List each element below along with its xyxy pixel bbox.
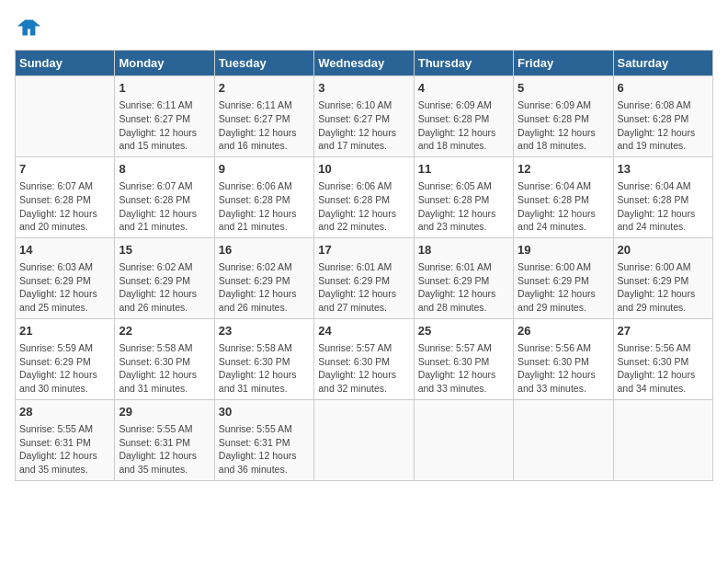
day-info: Sunrise: 6:07 AM Sunset: 6:28 PM Dayligh… (119, 179, 210, 234)
day-info: Sunrise: 6:11 AM Sunset: 6:27 PM Dayligh… (219, 98, 310, 153)
day-number: 25 (418, 323, 509, 339)
day-info: Sunrise: 5:59 AM Sunset: 6:29 PM Dayligh… (19, 341, 110, 396)
calendar-header: SundayMondayTuesdayWednesdayThursdayFrid… (16, 51, 713, 76)
day-number: 12 (518, 161, 609, 178)
day-info: Sunrise: 6:00 AM Sunset: 6:29 PM Dayligh… (518, 260, 609, 315)
calendar-cell: 12Sunrise: 6:04 AM Sunset: 6:28 PM Dayli… (514, 156, 613, 237)
day-number: 15 (119, 242, 210, 259)
day-number: 22 (119, 323, 210, 339)
day-number: 29 (119, 404, 210, 420)
calendar-cell: 2Sunrise: 6:11 AM Sunset: 6:27 PM Daylig… (214, 76, 313, 157)
calendar-cell: 5Sunrise: 6:09 AM Sunset: 6:28 PM Daylig… (514, 76, 613, 157)
day-info: Sunrise: 6:00 AM Sunset: 6:29 PM Dayligh… (618, 260, 709, 315)
day-number: 23 (219, 323, 310, 339)
calendar-cell: 6Sunrise: 6:08 AM Sunset: 6:28 PM Daylig… (613, 76, 712, 157)
calendar-cell: 16Sunrise: 6:02 AM Sunset: 6:29 PM Dayli… (214, 237, 313, 318)
day-number: 28 (19, 404, 110, 420)
day-number: 13 (618, 161, 709, 178)
day-info: Sunrise: 5:57 AM Sunset: 6:30 PM Dayligh… (318, 341, 409, 396)
calendar-week-2: 14Sunrise: 6:03 AM Sunset: 6:29 PM Dayli… (16, 237, 713, 318)
calendar-cell: 1Sunrise: 6:11 AM Sunset: 6:27 PM Daylig… (115, 76, 214, 157)
day-number: 27 (618, 323, 709, 339)
calendar-cell: 17Sunrise: 6:01 AM Sunset: 6:29 PM Dayli… (314, 237, 414, 318)
day-info: Sunrise: 6:01 AM Sunset: 6:29 PM Dayligh… (418, 260, 509, 315)
logo (15, 15, 44, 40)
calendar-body: 1Sunrise: 6:11 AM Sunset: 6:27 PM Daylig… (16, 76, 713, 481)
calendar-cell: 29Sunrise: 5:55 AM Sunset: 6:31 PM Dayli… (115, 399, 214, 480)
calendar-cell: 7Sunrise: 6:07 AM Sunset: 6:28 PM Daylig… (16, 156, 115, 237)
calendar-cell: 9Sunrise: 6:06 AM Sunset: 6:28 PM Daylig… (214, 156, 313, 237)
col-header-friday: Friday (514, 51, 613, 76)
day-number: 6 (618, 80, 709, 97)
calendar-cell: 11Sunrise: 6:05 AM Sunset: 6:28 PM Dayli… (414, 156, 513, 237)
day-number: 19 (518, 242, 609, 259)
day-number: 7 (19, 161, 110, 178)
col-header-sunday: Sunday (16, 51, 115, 76)
calendar-week-0: 1Sunrise: 6:11 AM Sunset: 6:27 PM Daylig… (16, 76, 713, 157)
calendar-cell: 24Sunrise: 5:57 AM Sunset: 6:30 PM Dayli… (314, 318, 414, 399)
col-header-wednesday: Wednesday (314, 51, 414, 76)
calendar-cell: 21Sunrise: 5:59 AM Sunset: 6:29 PM Dayli… (16, 318, 115, 399)
day-number: 1 (119, 80, 210, 97)
calendar-cell: 18Sunrise: 6:01 AM Sunset: 6:29 PM Dayli… (414, 237, 513, 318)
day-number: 16 (219, 242, 310, 259)
calendar-cell: 25Sunrise: 5:57 AM Sunset: 6:30 PM Dayli… (414, 318, 513, 399)
calendar-cell: 23Sunrise: 5:58 AM Sunset: 6:30 PM Dayli… (214, 318, 313, 399)
logo-icon (15, 15, 40, 40)
calendar-cell: 30Sunrise: 5:55 AM Sunset: 6:31 PM Dayli… (214, 399, 313, 480)
calendar-cell (613, 399, 712, 480)
svg-marker-0 (17, 20, 40, 36)
col-header-tuesday: Tuesday (214, 51, 313, 76)
day-info: Sunrise: 5:55 AM Sunset: 6:31 PM Dayligh… (119, 422, 210, 477)
day-number: 17 (318, 242, 409, 259)
calendar-cell: 22Sunrise: 5:58 AM Sunset: 6:30 PM Dayli… (115, 318, 214, 399)
day-number: 9 (219, 161, 310, 178)
day-info: Sunrise: 5:55 AM Sunset: 6:31 PM Dayligh… (219, 422, 310, 477)
day-number: 2 (219, 80, 310, 97)
calendar-cell (514, 399, 613, 480)
day-info: Sunrise: 5:56 AM Sunset: 6:30 PM Dayligh… (618, 341, 709, 396)
calendar-cell: 13Sunrise: 6:04 AM Sunset: 6:28 PM Dayli… (613, 156, 712, 237)
day-info: Sunrise: 5:56 AM Sunset: 6:30 PM Dayligh… (518, 341, 609, 396)
day-number: 5 (518, 80, 609, 97)
day-info: Sunrise: 5:58 AM Sunset: 6:30 PM Dayligh… (119, 341, 210, 396)
col-header-monday: Monday (115, 51, 214, 76)
day-info: Sunrise: 6:09 AM Sunset: 6:28 PM Dayligh… (418, 98, 509, 153)
day-number: 11 (418, 161, 509, 178)
day-number: 26 (518, 323, 609, 339)
day-info: Sunrise: 6:09 AM Sunset: 6:28 PM Dayligh… (518, 98, 609, 153)
calendar-cell: 8Sunrise: 6:07 AM Sunset: 6:28 PM Daylig… (115, 156, 214, 237)
calendar-cell: 14Sunrise: 6:03 AM Sunset: 6:29 PM Dayli… (16, 237, 115, 318)
day-info: Sunrise: 5:55 AM Sunset: 6:31 PM Dayligh… (19, 422, 110, 477)
day-info: Sunrise: 6:11 AM Sunset: 6:27 PM Dayligh… (119, 98, 210, 153)
day-info: Sunrise: 5:58 AM Sunset: 6:30 PM Dayligh… (219, 341, 310, 396)
day-info: Sunrise: 6:02 AM Sunset: 6:29 PM Dayligh… (119, 260, 210, 315)
day-number: 3 (318, 80, 409, 97)
calendar-cell: 19Sunrise: 6:00 AM Sunset: 6:29 PM Dayli… (514, 237, 613, 318)
day-number: 24 (318, 323, 409, 339)
day-info: Sunrise: 6:08 AM Sunset: 6:28 PM Dayligh… (618, 98, 709, 153)
calendar-week-3: 21Sunrise: 5:59 AM Sunset: 6:29 PM Dayli… (16, 318, 713, 399)
calendar-cell: 20Sunrise: 6:00 AM Sunset: 6:29 PM Dayli… (613, 237, 712, 318)
header-row: SundayMondayTuesdayWednesdayThursdayFrid… (16, 51, 713, 76)
day-number: 10 (318, 161, 409, 178)
day-number: 14 (19, 242, 110, 259)
calendar-cell (414, 399, 513, 480)
day-info: Sunrise: 6:02 AM Sunset: 6:29 PM Dayligh… (219, 260, 310, 315)
day-info: Sunrise: 6:03 AM Sunset: 6:29 PM Dayligh… (19, 260, 110, 315)
day-number: 4 (418, 80, 509, 97)
day-number: 20 (618, 242, 709, 259)
day-info: Sunrise: 6:06 AM Sunset: 6:28 PM Dayligh… (219, 179, 310, 234)
calendar-cell: 15Sunrise: 6:02 AM Sunset: 6:29 PM Dayli… (115, 237, 214, 318)
calendar-cell: 28Sunrise: 5:55 AM Sunset: 6:31 PM Dayli… (16, 399, 115, 480)
page-header (15, 15, 713, 40)
day-number: 8 (119, 161, 210, 178)
calendar-cell: 3Sunrise: 6:10 AM Sunset: 6:27 PM Daylig… (314, 76, 414, 157)
calendar-cell (314, 399, 414, 480)
day-info: Sunrise: 6:06 AM Sunset: 6:28 PM Dayligh… (318, 179, 409, 234)
calendar-week-4: 28Sunrise: 5:55 AM Sunset: 6:31 PM Dayli… (16, 399, 713, 480)
day-number: 18 (418, 242, 509, 259)
col-header-saturday: Saturday (613, 51, 712, 76)
calendar-week-1: 7Sunrise: 6:07 AM Sunset: 6:28 PM Daylig… (16, 156, 713, 237)
calendar-table: SundayMondayTuesdayWednesdayThursdayFrid… (15, 50, 713, 481)
